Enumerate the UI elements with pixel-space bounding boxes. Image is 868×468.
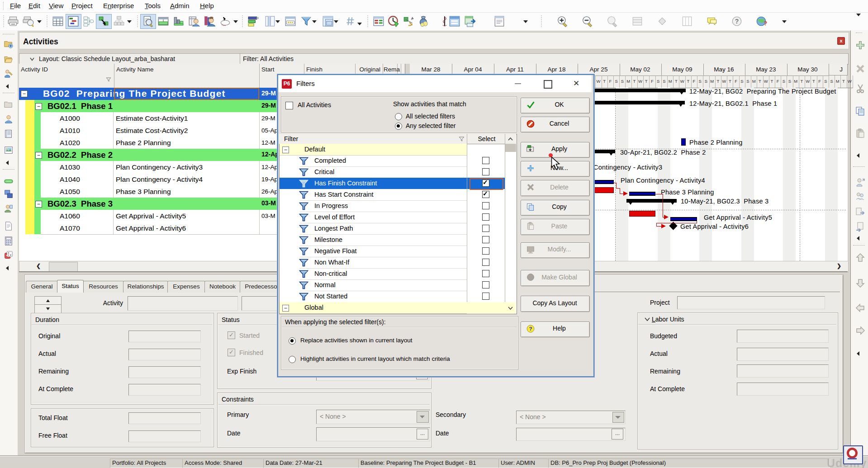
svg-text:?: ?	[735, 18, 739, 25]
svg-text:?: ?	[764, 20, 767, 27]
